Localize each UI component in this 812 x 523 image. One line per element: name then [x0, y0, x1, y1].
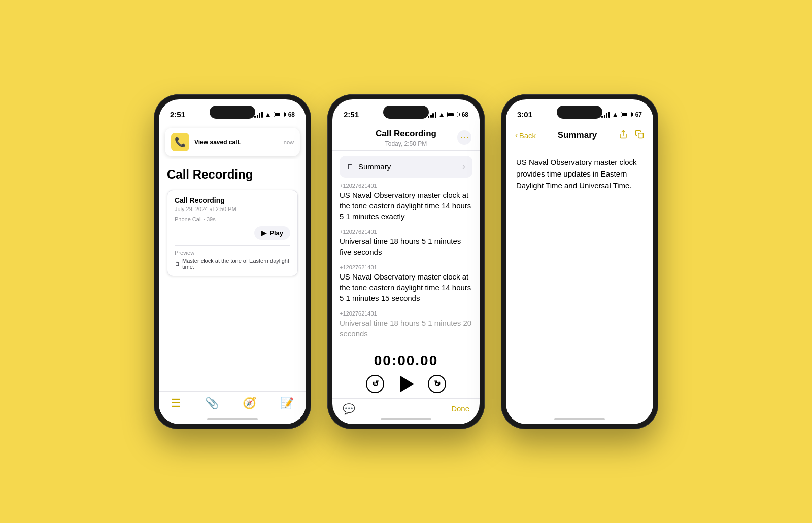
transcript-phone-4: +12027621401 [340, 310, 472, 317]
signal-icon-2 [428, 112, 436, 118]
phone1-content: Call Recording Call Recording July 29, 2… [159, 159, 306, 391]
transcript-text-3: US Naval Observatory master clock at the… [340, 271, 472, 303]
phone1-page-title: Call Recording [167, 167, 298, 182]
transcript-phone-1: +12027621401 [340, 183, 472, 189]
phone-1: 2:51 🔔 ▲ 6 [154, 94, 311, 429]
menu-button[interactable]: ⋯ [457, 130, 471, 145]
tab-compass-icon[interactable]: 🧭 [243, 397, 256, 410]
home-indicator-1 [207, 418, 258, 420]
phones-container: 2:51 🔔 ▲ 6 [154, 94, 658, 429]
battery-icon-2 [447, 112, 460, 117]
battery-icon-1 [274, 112, 286, 117]
summary-text: US Naval Observatory master clock provid… [516, 156, 643, 192]
player-controls: ↺ 15 ↻ 15 [332, 375, 480, 393]
share-icon[interactable] [619, 130, 628, 142]
wifi-icon-1: ▲ [265, 111, 272, 118]
skip-back-button[interactable]: ↺ 15 [366, 375, 384, 393]
back-label: Back [519, 131, 536, 140]
phone-3: 3:01 🔔 ▲ 6 [501, 94, 658, 429]
skip-back-label: 15 [373, 381, 378, 386]
dynamic-island-2 [383, 106, 429, 119]
summary-icon: 🗒 [347, 162, 354, 171]
summary-label: Summary [358, 162, 391, 171]
phone3-header: ‹ Back Summary [506, 125, 653, 146]
transcript-phone-2: +12027621401 [340, 229, 472, 235]
phone3-actions [619, 130, 644, 142]
preview-section: Preview 🗒 Master clock at the tone of Ea… [175, 245, 290, 270]
dynamic-island-1 [210, 106, 255, 119]
phone3-title: Summary [558, 130, 597, 141]
summary-chevron-icon [462, 161, 465, 172]
tab-paperclip-icon[interactable]: 📎 [205, 397, 219, 410]
play-triangle-icon: ▶ [261, 229, 266, 237]
rec-card-title: Call Recording [175, 196, 290, 204]
recording-card[interactable]: Call Recording July 29, 2024 at 2:50 PM … [167, 190, 298, 276]
signal-icon-3 [601, 112, 610, 118]
transcript-item-1: +12027621401 US Naval Observatory master… [340, 183, 472, 222]
tab-list-icon[interactable]: ☰ [171, 397, 181, 410]
battery-icon-3 [621, 112, 633, 117]
status-time-2: 2:51 [344, 110, 359, 119]
notif-time: now [284, 139, 294, 145]
summary-content: US Naval Observatory master clock provid… [506, 146, 653, 202]
player-time: 00:00.00 [332, 353, 480, 369]
ellipsis-icon: ⋯ [460, 132, 469, 143]
play-button[interactable]: ▶ Play [254, 226, 290, 240]
summary-left: 🗒 Summary [347, 162, 391, 171]
notif-content: View saved call. [194, 138, 279, 146]
summary-row[interactable]: 🗒 Summary [340, 156, 472, 178]
phone-2: 2:51 🔔 ▲ 6 [327, 94, 485, 429]
phone2-header: Call Recording Today, 2:50 PM ⋯ [332, 125, 480, 151]
transcript-text-2: Universal time 18 hours 5 1 minutes five… [340, 236, 472, 257]
player-section: 00:00.00 ↺ 15 ↻ 15 [332, 345, 480, 398]
phone2-title: Call Recording [341, 129, 471, 139]
wifi-icon-2: ▲ [438, 111, 445, 118]
home-indicator-2 [381, 418, 431, 420]
chat-icon[interactable]: 💬 [343, 403, 355, 415]
dynamic-island-3 [557, 106, 602, 119]
skip-forward-label: 15 [435, 381, 439, 386]
notification-banner[interactable]: 📞 View saved call. now [165, 128, 300, 156]
preview-text: 🗒 Master clock at the tone of Eastern da… [175, 258, 290, 270]
transcript-icon-small: 🗒 [175, 261, 180, 267]
battery-pct-1: 68 [288, 111, 295, 118]
transcript-item-3: +12027621401 US Naval Observatory master… [340, 264, 472, 303]
play-label: Play [269, 229, 283, 237]
home-indicator-3 [554, 418, 605, 420]
transcript-phone-3: +12027621401 [340, 264, 472, 270]
transcript-item-4: +12027621401 Universal time 18 hours 5 1… [340, 310, 472, 339]
notif-icon: 📞 [171, 133, 189, 151]
wifi-icon-3: ▲ [612, 111, 619, 118]
tab-bar-1: ☰ 📎 🧭 📝 [159, 391, 306, 418]
transcript-list: +12027621401 US Naval Observatory master… [332, 183, 480, 345]
back-button[interactable]: ‹ Back [515, 130, 536, 141]
back-arrow-icon: ‹ [515, 130, 518, 141]
play-main-button[interactable] [398, 376, 414, 392]
phone2-subtitle: Today, 2:50 PM [341, 140, 471, 147]
status-time-3: 3:01 [517, 110, 532, 119]
transcript-text-4: Universal time 18 hours 5 1 minutes 20 s… [340, 318, 472, 339]
rec-card-date: July 29, 2024 at 2:50 PM [175, 206, 290, 212]
preview-label: Preview [175, 250, 290, 256]
rec-card-type: Phone Call · 39s [175, 216, 290, 222]
preview-content: Master clock at the tone of Eastern dayl… [182, 258, 290, 270]
copy-icon[interactable] [635, 130, 644, 142]
transcript-text-1: US Naval Observatory master clock at the… [340, 190, 472, 222]
signal-icon-1 [254, 112, 263, 118]
done-button[interactable]: Done [451, 404, 469, 413]
battery-pct-3: 67 [635, 111, 642, 118]
skip-forward-button[interactable]: ↻ 15 [428, 375, 446, 393]
notif-title: View saved call. [194, 138, 279, 146]
battery-pct-2: 68 [462, 111, 468, 118]
phone2-bottom: 💬 Done [332, 398, 480, 418]
svg-rect-1 [638, 133, 644, 138]
transcript-item-2: +12027621401 Universal time 18 hours 5 1… [340, 229, 472, 257]
tab-edit-icon[interactable]: 📝 [280, 397, 294, 410]
status-time-1: 2:51 [170, 110, 185, 119]
